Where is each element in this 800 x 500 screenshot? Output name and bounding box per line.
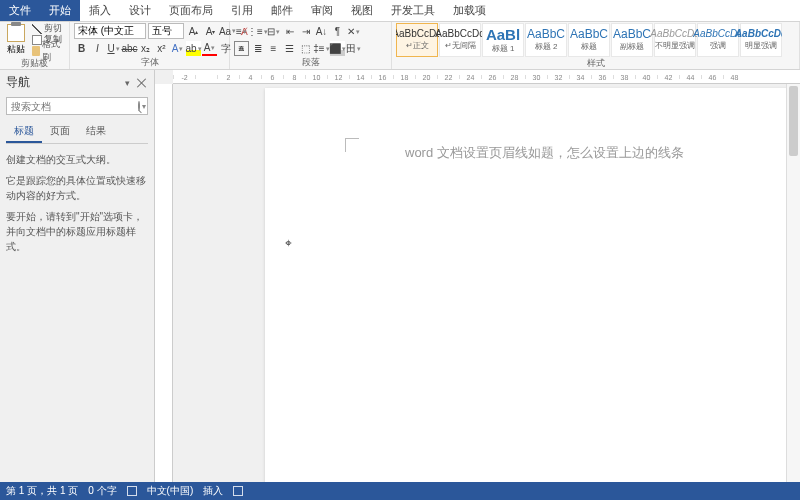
group-font: 宋体 (中文正 五号 A▴ A▾ Aa▾ A̸ B I U▾ abc x₂ x²… — [70, 22, 230, 69]
navigation-pane: 导航 ▾ ▾ 标题 页面 结果 创建文档的交互式大纲。 它是跟踪您的具体位置或快… — [0, 70, 155, 482]
status-lang[interactable]: 中文(中国) — [147, 484, 194, 498]
group-styles: AaBbCcDd↵正文AaBbCcDd↵无间隔AaBl标题 1AaBbC标题 2… — [392, 22, 800, 69]
distribute-button[interactable]: ⬚ — [298, 41, 313, 56]
style-item[interactable]: AaBbC标题 2 — [525, 23, 567, 57]
scrollbar-vertical[interactable] — [786, 84, 800, 482]
font-family-select[interactable]: 宋体 (中文正 — [74, 23, 146, 39]
grow-font-button[interactable]: A▴ — [186, 24, 201, 39]
tab-review[interactable]: 审阅 — [302, 0, 342, 21]
page[interactable]: word 文档设置页眉线如题，怎么设置上边的线条 ⌖ — [265, 88, 800, 482]
status-macro[interactable] — [233, 486, 243, 496]
shrink-font-button[interactable]: A▾ — [203, 24, 218, 39]
nav-hint: 要开始，请转到"开始"选项卡，并向文档中的标题应用标题样式。 — [6, 209, 148, 254]
status-mode[interactable]: 插入 — [203, 484, 223, 498]
copy-icon — [32, 35, 42, 45]
borders-button[interactable]: 田▾ — [346, 41, 361, 56]
nav-search[interactable]: ▾ — [6, 97, 148, 115]
format-painter-button[interactable]: 格式刷 — [30, 45, 65, 56]
search-dropdown-icon[interactable]: ▾ — [142, 102, 146, 111]
group-clipboard: 粘贴 剪切 复制 格式刷 剪贴板 — [0, 22, 70, 69]
header-text[interactable]: word 文档设置页眉线如题，怎么设置上边的线条 — [405, 144, 684, 162]
italic-button[interactable]: I — [90, 41, 105, 56]
align-center-button[interactable]: ≣ — [250, 41, 265, 56]
show-marks-button[interactable]: ¶ — [330, 24, 345, 39]
tab-layout[interactable]: 页面布局 — [160, 0, 222, 21]
style-item[interactable]: AaBbCcDd强调 — [697, 23, 739, 57]
strike-button[interactable]: abc — [122, 41, 137, 56]
tab-insert[interactable]: 插入 — [80, 0, 120, 21]
document-area: word 文档设置页眉线如题，怎么设置上边的线条 ⌖ — [155, 70, 800, 482]
text-effects-button[interactable]: A▾ — [170, 41, 185, 56]
paste-label: 粘贴 — [7, 43, 25, 56]
tab-home[interactable]: 开始 — [40, 0, 80, 21]
paste-button[interactable]: 粘贴 — [4, 23, 28, 57]
style-item[interactable]: AaBbC副标题 — [611, 23, 653, 57]
status-proof[interactable] — [127, 486, 137, 496]
align-right-button[interactable]: ≡ — [266, 41, 281, 56]
search-input[interactable] — [11, 101, 138, 112]
group-label: 字体 — [74, 56, 225, 68]
nav-tab-pages[interactable]: 页面 — [42, 121, 78, 143]
content-area: 导航 ▾ ▾ 标题 页面 结果 创建文档的交互式大纲。 它是跟踪您的具体位置或快… — [0, 70, 800, 482]
group-paragraph: ≡▾ ⋮≡▾ ⊟▾ ⇤ ⇥ A↓ ¶ ✕▾ ≡ ≣ ≡ ☰ ⬚ ‡≡▾ ⬛▾ 田… — [230, 22, 392, 69]
bold-button[interactable]: B — [74, 41, 89, 56]
style-item[interactable]: AaBbCcDd明显强调 — [740, 23, 782, 57]
multilevel-button[interactable]: ⊟▾ — [266, 24, 281, 39]
nav-body: 创建文档的交互式大纲。 它是跟踪您的具体位置或快速移动内容的好方式。 要开始，请… — [0, 144, 154, 268]
tab-developer[interactable]: 开发工具 — [382, 0, 444, 21]
cut-icon — [32, 24, 42, 34]
style-item[interactable]: AaBbC标题 — [568, 23, 610, 57]
tab-addins[interactable]: 加载项 — [444, 0, 495, 21]
nav-tab-headings[interactable]: 标题 — [6, 121, 42, 143]
style-item[interactable]: AaBbCcDd不明显强调 — [654, 23, 696, 57]
line-spacing-button[interactable]: ‡≡▾ — [314, 41, 329, 56]
nav-tab-results[interactable]: 结果 — [78, 121, 114, 143]
tab-view[interactable]: 视图 — [342, 0, 382, 21]
style-item[interactable]: AaBl标题 1 — [482, 23, 524, 57]
book-icon — [127, 486, 137, 496]
text-direction-button[interactable]: ✕▾ — [346, 24, 361, 39]
numbering-button[interactable]: ⋮≡▾ — [250, 24, 265, 39]
font-color-button[interactable]: A▾ — [202, 41, 217, 56]
tab-design[interactable]: 设计 — [120, 0, 160, 21]
ribbon: 粘贴 剪切 复制 格式刷 剪贴板 宋体 (中文正 五号 A▴ A▾ Aa▾ A̸… — [0, 22, 800, 70]
justify-button[interactable]: ☰ — [282, 41, 297, 56]
close-icon[interactable] — [136, 77, 148, 89]
group-label: 段落 — [234, 56, 387, 68]
status-bar: 第 1 页，共 1 页 0 个字 中文(中国) 插入 — [0, 482, 800, 500]
nav-dropdown-icon[interactable]: ▾ — [125, 78, 130, 88]
shading-button[interactable]: ⬛▾ — [330, 41, 345, 56]
ruler-vertical[interactable] — [155, 84, 173, 482]
margin-marker-icon — [345, 138, 359, 152]
nav-hint: 它是跟踪您的具体位置或快速移动内容的好方式。 — [6, 173, 148, 203]
nav-hint: 创建文档的交互式大纲。 — [6, 152, 148, 167]
style-item[interactable]: AaBbCcDd↵正文 — [396, 23, 438, 57]
paste-icon — [7, 24, 25, 42]
nav-title: 导航 — [6, 74, 30, 91]
record-icon — [233, 486, 243, 496]
brush-icon — [32, 46, 40, 56]
group-label: 剪贴板 — [4, 57, 65, 69]
superscript-button[interactable]: x² — [154, 41, 169, 56]
tab-mailings[interactable]: 邮件 — [262, 0, 302, 21]
align-left-button[interactable]: ≡ — [234, 41, 249, 56]
tab-references[interactable]: 引用 — [222, 0, 262, 21]
inc-indent-button[interactable]: ⇥ — [298, 24, 313, 39]
dec-indent-button[interactable]: ⇤ — [282, 24, 297, 39]
subscript-button[interactable]: x₂ — [138, 41, 153, 56]
highlight-button[interactable]: ab▾ — [186, 41, 201, 56]
style-gallery[interactable]: AaBbCcDd↵正文AaBbCcDd↵无间隔AaBl标题 1AaBbC标题 2… — [396, 23, 782, 57]
ribbon-tabs: 文件 开始 插入 设计 页面布局 引用 邮件 审阅 视图 开发工具 加载项 — [0, 0, 800, 22]
search-icon[interactable] — [138, 101, 140, 111]
style-item[interactable]: AaBbCcDd↵无间隔 — [439, 23, 481, 57]
underline-button[interactable]: U▾ — [106, 41, 121, 56]
ruler-horizontal[interactable] — [173, 70, 800, 84]
group-label: 样式 — [396, 57, 795, 69]
font-size-select[interactable]: 五号 — [148, 23, 184, 39]
sort-button[interactable]: A↓ — [314, 24, 329, 39]
status-words[interactable]: 0 个字 — [88, 484, 116, 498]
tab-file[interactable]: 文件 — [0, 0, 40, 21]
cursor-icon: ⌖ — [285, 236, 292, 250]
scroll-thumb[interactable] — [789, 86, 798, 156]
status-page[interactable]: 第 1 页，共 1 页 — [6, 484, 78, 498]
